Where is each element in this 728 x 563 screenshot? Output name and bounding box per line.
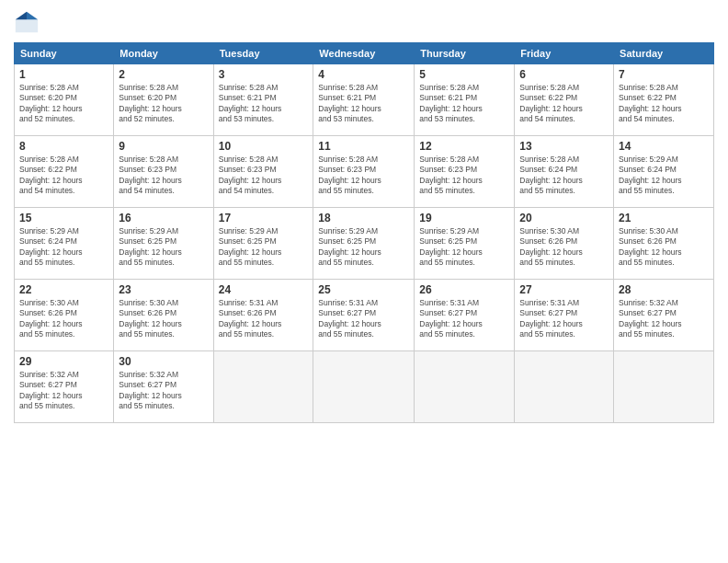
day-number: 11 bbox=[318, 140, 409, 153]
day-detail: Sunrise: 5:28 AM Sunset: 6:21 PM Dayligh… bbox=[219, 83, 309, 125]
day-number: 9 bbox=[119, 140, 208, 153]
calendar-cell: 26Sunrise: 5:31 AM Sunset: 6:27 PM Dayli… bbox=[415, 280, 515, 351]
day-detail: Sunrise: 5:29 AM Sunset: 6:24 PM Dayligh… bbox=[619, 155, 709, 197]
day-detail: Sunrise: 5:31 AM Sunset: 6:26 PM Dayligh… bbox=[219, 298, 309, 340]
day-number: 30 bbox=[119, 355, 208, 368]
day-detail: Sunrise: 5:28 AM Sunset: 6:20 PM Dayligh… bbox=[19, 83, 108, 125]
calendar-cell: 6Sunrise: 5:28 AM Sunset: 6:22 PM Daylig… bbox=[515, 64, 614, 136]
day-detail: Sunrise: 5:29 AM Sunset: 6:25 PM Dayligh… bbox=[119, 226, 208, 269]
day-number: 8 bbox=[19, 140, 108, 153]
day-number: 4 bbox=[318, 68, 409, 81]
day-number: 3 bbox=[219, 68, 309, 81]
calendar-cell: 29Sunrise: 5:32 AM Sunset: 6:27 PM Dayli… bbox=[15, 351, 114, 423]
day-detail: Sunrise: 5:32 AM Sunset: 6:27 PM Dayligh… bbox=[619, 298, 709, 340]
day-number: 29 bbox=[19, 355, 108, 368]
calendar: SundayMondayTuesdayWednesdayThursdayFrid… bbox=[14, 42, 714, 423]
day-number: 28 bbox=[619, 283, 709, 296]
calendar-cell: 22Sunrise: 5:30 AM Sunset: 6:26 PM Dayli… bbox=[15, 280, 114, 351]
day-number: 27 bbox=[519, 283, 609, 296]
day-detail: Sunrise: 5:30 AM Sunset: 6:26 PM Dayligh… bbox=[619, 226, 709, 269]
calendar-cell bbox=[415, 351, 515, 423]
day-detail: Sunrise: 5:31 AM Sunset: 6:27 PM Dayligh… bbox=[318, 298, 409, 340]
calendar-week-4: 22Sunrise: 5:30 AM Sunset: 6:26 PM Dayli… bbox=[15, 280, 714, 351]
calendar-cell: 5Sunrise: 5:28 AM Sunset: 6:21 PM Daylig… bbox=[415, 64, 515, 136]
calendar-cell: 7Sunrise: 5:28 AM Sunset: 6:22 PM Daylig… bbox=[614, 64, 714, 136]
calendar-cell: 21Sunrise: 5:30 AM Sunset: 6:26 PM Dayli… bbox=[614, 208, 714, 280]
day-number: 19 bbox=[419, 212, 509, 224]
day-detail: Sunrise: 5:28 AM Sunset: 6:22 PM Dayligh… bbox=[19, 155, 108, 197]
day-header-friday: Friday bbox=[515, 43, 614, 64]
day-number: 21 bbox=[619, 212, 709, 224]
calendar-cell: 14Sunrise: 5:29 AM Sunset: 6:24 PM Dayli… bbox=[614, 136, 714, 208]
logo-icon bbox=[14, 9, 40, 35]
day-header-wednesday: Wednesday bbox=[313, 43, 415, 64]
calendar-week-5: 29Sunrise: 5:32 AM Sunset: 6:27 PM Dayli… bbox=[15, 351, 714, 423]
day-number: 2 bbox=[119, 68, 208, 81]
day-detail: Sunrise: 5:29 AM Sunset: 6:25 PM Dayligh… bbox=[318, 226, 409, 269]
calendar-cell: 9Sunrise: 5:28 AM Sunset: 6:23 PM Daylig… bbox=[114, 136, 213, 208]
day-header-saturday: Saturday bbox=[614, 43, 714, 64]
calendar-cell: 25Sunrise: 5:31 AM Sunset: 6:27 PM Dayli… bbox=[313, 280, 415, 351]
calendar-cell: 19Sunrise: 5:29 AM Sunset: 6:25 PM Dayli… bbox=[415, 208, 515, 280]
day-number: 14 bbox=[619, 140, 709, 153]
day-number: 24 bbox=[219, 283, 309, 296]
day-detail: Sunrise: 5:28 AM Sunset: 6:22 PM Dayligh… bbox=[619, 83, 709, 125]
day-detail: Sunrise: 5:31 AM Sunset: 6:27 PM Dayligh… bbox=[519, 298, 609, 340]
calendar-cell: 8Sunrise: 5:28 AM Sunset: 6:22 PM Daylig… bbox=[15, 136, 114, 208]
calendar-cell: 15Sunrise: 5:29 AM Sunset: 6:24 PM Dayli… bbox=[15, 208, 114, 280]
calendar-cell: 12Sunrise: 5:28 AM Sunset: 6:23 PM Dayli… bbox=[415, 136, 515, 208]
page: SundayMondayTuesdayWednesdayThursdayFrid… bbox=[0, 0, 728, 563]
day-number: 5 bbox=[419, 68, 509, 81]
calendar-cell bbox=[213, 351, 313, 423]
day-header-tuesday: Tuesday bbox=[213, 43, 313, 64]
calendar-week-3: 15Sunrise: 5:29 AM Sunset: 6:24 PM Dayli… bbox=[15, 208, 714, 280]
day-detail: Sunrise: 5:32 AM Sunset: 6:27 PM Dayligh… bbox=[119, 370, 208, 412]
day-detail: Sunrise: 5:28 AM Sunset: 6:21 PM Dayligh… bbox=[419, 83, 509, 125]
day-number: 23 bbox=[119, 283, 208, 296]
day-number: 12 bbox=[419, 140, 509, 153]
calendar-cell: 24Sunrise: 5:31 AM Sunset: 6:26 PM Dayli… bbox=[213, 280, 313, 351]
calendar-cell: 20Sunrise: 5:30 AM Sunset: 6:26 PM Dayli… bbox=[515, 208, 614, 280]
calendar-cell: 10Sunrise: 5:28 AM Sunset: 6:23 PM Dayli… bbox=[213, 136, 313, 208]
calendar-cell: 18Sunrise: 5:29 AM Sunset: 6:25 PM Dayli… bbox=[313, 208, 415, 280]
day-detail: Sunrise: 5:29 AM Sunset: 6:25 PM Dayligh… bbox=[419, 226, 509, 269]
day-detail: Sunrise: 5:29 AM Sunset: 6:24 PM Dayligh… bbox=[19, 226, 108, 269]
day-number: 17 bbox=[219, 212, 309, 224]
calendar-cell: 16Sunrise: 5:29 AM Sunset: 6:25 PM Dayli… bbox=[114, 208, 213, 280]
day-number: 20 bbox=[519, 212, 609, 224]
day-number: 13 bbox=[519, 140, 609, 153]
calendar-cell bbox=[515, 351, 614, 423]
day-detail: Sunrise: 5:29 AM Sunset: 6:25 PM Dayligh… bbox=[219, 226, 309, 269]
day-detail: Sunrise: 5:28 AM Sunset: 6:24 PM Dayligh… bbox=[519, 155, 609, 197]
calendar-cell: 17Sunrise: 5:29 AM Sunset: 6:25 PM Dayli… bbox=[213, 208, 313, 280]
day-detail: Sunrise: 5:31 AM Sunset: 6:27 PM Dayligh… bbox=[419, 298, 509, 340]
calendar-cell: 1Sunrise: 5:28 AM Sunset: 6:20 PM Daylig… bbox=[15, 64, 114, 136]
calendar-cell: 4Sunrise: 5:28 AM Sunset: 6:21 PM Daylig… bbox=[313, 64, 415, 136]
calendar-cell: 11Sunrise: 5:28 AM Sunset: 6:23 PM Dayli… bbox=[313, 136, 415, 208]
day-header-thursday: Thursday bbox=[415, 43, 515, 64]
calendar-cell: 3Sunrise: 5:28 AM Sunset: 6:21 PM Daylig… bbox=[213, 64, 313, 136]
calendar-cell bbox=[313, 351, 415, 423]
day-detail: Sunrise: 5:30 AM Sunset: 6:26 PM Dayligh… bbox=[119, 298, 208, 340]
day-detail: Sunrise: 5:28 AM Sunset: 6:23 PM Dayligh… bbox=[119, 155, 208, 197]
day-detail: Sunrise: 5:28 AM Sunset: 6:23 PM Dayligh… bbox=[318, 155, 409, 197]
day-detail: Sunrise: 5:30 AM Sunset: 6:26 PM Dayligh… bbox=[19, 298, 108, 340]
calendar-week-2: 8Sunrise: 5:28 AM Sunset: 6:22 PM Daylig… bbox=[15, 136, 714, 208]
calendar-cell: 13Sunrise: 5:28 AM Sunset: 6:24 PM Dayli… bbox=[515, 136, 614, 208]
calendar-cell: 23Sunrise: 5:30 AM Sunset: 6:26 PM Dayli… bbox=[114, 280, 213, 351]
calendar-cell bbox=[614, 351, 714, 423]
day-detail: Sunrise: 5:28 AM Sunset: 6:20 PM Dayligh… bbox=[119, 83, 208, 125]
svg-marker-1 bbox=[27, 12, 38, 19]
calendar-header-row: SundayMondayTuesdayWednesdayThursdayFrid… bbox=[15, 43, 714, 64]
calendar-cell: 27Sunrise: 5:31 AM Sunset: 6:27 PM Dayli… bbox=[515, 280, 614, 351]
day-number: 10 bbox=[219, 140, 309, 153]
day-number: 15 bbox=[19, 212, 108, 224]
day-number: 18 bbox=[318, 212, 409, 224]
day-number: 6 bbox=[519, 68, 609, 81]
day-detail: Sunrise: 5:28 AM Sunset: 6:21 PM Dayligh… bbox=[318, 83, 409, 125]
day-number: 1 bbox=[19, 68, 108, 81]
day-number: 26 bbox=[419, 283, 509, 296]
day-detail: Sunrise: 5:28 AM Sunset: 6:23 PM Dayligh… bbox=[219, 155, 309, 197]
day-number: 7 bbox=[619, 68, 709, 81]
header bbox=[14, 9, 714, 35]
